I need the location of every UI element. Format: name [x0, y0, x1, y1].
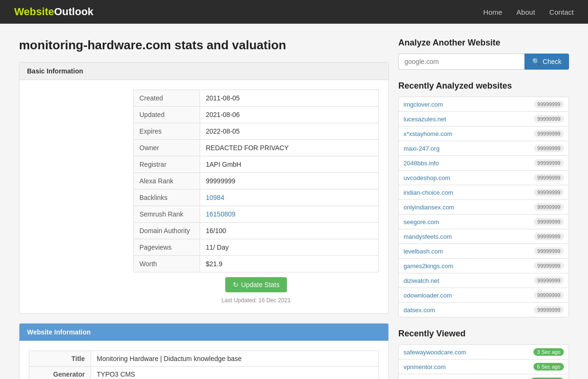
badge: 99999999 [534, 189, 564, 196]
site-info-value: Monitoring Hardware | Didactum knowledge… [91, 351, 379, 367]
badge: 99999999 [534, 233, 564, 240]
site-link[interactable]: datsex.com [404, 307, 435, 314]
badge: 99999999 [534, 144, 564, 152]
table-cell-link[interactable]: 16150809 [206, 210, 235, 218]
badge: 99999999 [534, 291, 564, 299]
badge: 99999999 [534, 203, 564, 211]
site-link[interactable]: maxi-247.org [404, 145, 440, 152]
page-title: monitoring-hardware.com stats and valuat… [19, 38, 389, 53]
site-link[interactable]: safewaywoodcare.com [404, 349, 466, 356]
badge: 99999999 [534, 218, 564, 226]
check-label: Check [542, 58, 561, 65]
site-link[interactable]: x*xstayhome.com [404, 130, 452, 137]
table-label: Worth [134, 256, 200, 272]
table-value: 2022-08-05 [200, 123, 379, 140]
site-link[interactable]: odownloader.com [404, 292, 452, 299]
domain-logo-area [29, 90, 124, 304]
list-item: 2048bbs.info99999999 [398, 155, 569, 171]
logo: WebsiteOutlook [14, 6, 483, 18]
site-link[interactable]: vpnmentor.com [404, 363, 446, 370]
list-item: diziwatch.net99999999 [398, 273, 569, 288]
recently-analyzed-title: Recently Analyzed websites [398, 81, 569, 91]
list-item: lucesazules.net99999999 [398, 111, 569, 126]
list-item: imgclover.com99999999 [398, 97, 569, 112]
table-label: Alexa Rank [134, 173, 200, 190]
table-label: Pageviews [134, 239, 200, 256]
basic-info-table: Created2011-08-05Updated2021-08-06Expire… [133, 90, 379, 272]
analyze-input-row: 🔍 Check [398, 54, 569, 70]
basic-info-body: Created2011-08-05Updated2021-08-06Expire… [19, 80, 388, 313]
list-item: seegore.com99999999 [398, 214, 569, 229]
navbar: WebsiteOutlook Home About Contact [0, 0, 588, 24]
badge: 99999999 [534, 277, 564, 284]
table-value: 10984 [200, 190, 379, 206]
recently-analyzed-list: imgclover.com99999999lucesazules.net9999… [398, 97, 569, 317]
table-label: Domain Authority [134, 223, 200, 239]
site-info-value: TYPO3 CMS [91, 367, 379, 379]
badge: 99999999 [534, 306, 564, 314]
badge: 99999999 [534, 247, 564, 255]
sidebar: Analyze Another Website 🔍 Check Recently… [398, 38, 569, 379]
table-value: 16/100 [200, 223, 379, 239]
list-item: vpnmentor.com6 Sec ago [398, 359, 569, 374]
check-button[interactable]: 🔍 Check [524, 54, 569, 70]
site-link[interactable]: levelbash.com [404, 248, 443, 255]
analyze-input[interactable] [398, 54, 524, 70]
table-label: Backlinks [134, 190, 200, 206]
table-value: 2021-08-06 [200, 107, 379, 123]
list-item: safewaywoodcare.com3 Sec ago [398, 344, 569, 360]
site-link[interactable]: 2048bbs.info [404, 160, 439, 167]
table-label: Registrar [134, 156, 200, 173]
table-label: Semrush Rank [134, 206, 200, 223]
table-label: Expires [134, 123, 200, 140]
list-item: mandysfeets.com99999999 [398, 229, 569, 244]
list-item: games2kings.com99999999 [398, 258, 569, 273]
analyze-box: Analyze Another Website 🔍 Check [398, 38, 569, 70]
table-label: Owner [134, 140, 200, 156]
analyze-title: Analyze Another Website [398, 38, 569, 48]
table-value: 99999999 [200, 173, 379, 190]
update-stats-button[interactable]: ↻ Update Stats [225, 277, 287, 292]
table-label: Updated [134, 107, 200, 123]
nav-home[interactable]: Home [483, 8, 502, 16]
list-item: odownloader.com99999999 [398, 288, 569, 303]
badge: 99999999 [534, 100, 564, 108]
list-item: vionews.com10 Sec ago [398, 374, 569, 379]
site-link[interactable]: imgclover.com [404, 101, 443, 108]
site-link[interactable]: lucesazules.net [404, 116, 446, 123]
table-value: 11/ Day [200, 239, 379, 256]
website-info-table: TitleMonitoring Hardware | Didactum know… [29, 351, 379, 379]
site-link[interactable]: games2kings.com [404, 262, 453, 270]
site-link[interactable]: seegore.com [404, 218, 439, 226]
basic-info-card: Basic Information Created2011-08-05Updat… [19, 62, 389, 314]
last-updated-text: Last Updated: 16 Dec 2021 [133, 297, 379, 304]
badge: 99999999 [534, 130, 564, 137]
logo-website: Website [14, 6, 54, 18]
site-link[interactable]: diziwatch.net [404, 277, 439, 284]
badge: 99999999 [534, 174, 564, 181]
main-column: monitoring-hardware.com stats and valuat… [19, 38, 389, 379]
site-link[interactable]: indian-choice.com [404, 189, 453, 196]
site-link[interactable]: onlyindiansex.com [404, 204, 454, 211]
list-item: x*xstayhome.com99999999 [398, 126, 569, 141]
list-item: datsex.com99999999 [398, 302, 569, 317]
website-info-body: TitleMonitoring Hardware | Didactum know… [19, 341, 388, 379]
site-link[interactable]: uvcodeshop.com [404, 174, 450, 181]
site-info-label: Title [29, 351, 91, 367]
list-item: maxi-247.org99999999 [398, 141, 569, 156]
site-link[interactable]: mandysfeets.com [404, 233, 452, 240]
nav-links: Home About Contact [483, 8, 574, 16]
recently-viewed-section: Recently Viewed safewaywoodcare.com3 Sec… [398, 329, 569, 379]
table-value: 1API GmbH [200, 156, 379, 173]
nav-about[interactable]: About [516, 8, 535, 16]
website-info-header: Website Information [19, 324, 388, 341]
table-cell-link[interactable]: 10984 [206, 194, 224, 201]
recently-viewed-title: Recently Viewed [398, 329, 569, 339]
search-icon: 🔍 [532, 58, 540, 65]
website-info-card: Website Information TitleMonitoring Hard… [19, 323, 389, 379]
table-value: 16150809 [200, 206, 379, 223]
logo-outlook: Outlook [54, 6, 93, 18]
nav-contact[interactable]: Contact [549, 8, 574, 16]
time-badge: 6 Sec ago [533, 363, 564, 370]
badge: 99999999 [534, 159, 564, 167]
